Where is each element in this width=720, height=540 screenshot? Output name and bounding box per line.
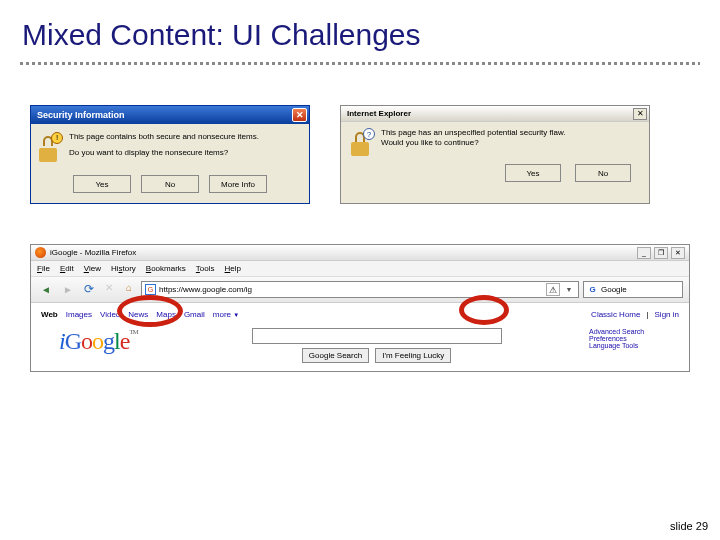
menu-view[interactable]: View [84, 264, 101, 273]
url-dropdown-icon[interactable]: ▼ [563, 286, 575, 293]
close-button[interactable]: ✕ [671, 247, 685, 259]
more-info-button[interactable]: More Info [209, 175, 267, 193]
site-favicon-icon: G [145, 284, 156, 295]
menu-bookmarks[interactable]: Bookmarks [146, 264, 186, 273]
chevron-down-icon: ▼ [233, 312, 239, 318]
forward-button[interactable]: ► [59, 282, 77, 298]
stop-icon: ✕ [105, 282, 113, 293]
dialog-titlebar: Security Information ✕ [31, 106, 309, 124]
dialog-title: Security Information [37, 110, 292, 120]
no-button[interactable]: No [141, 175, 199, 193]
forward-arrow-icon: ► [63, 284, 73, 295]
message-line1: This page has an unspecified potential s… [381, 128, 566, 138]
home-button[interactable]: ⌂ [121, 282, 137, 298]
address-bar[interactable]: G https://www.google.com/ig ⚠ ▼ [141, 281, 579, 298]
back-arrow-icon: ◄ [41, 284, 51, 295]
classic-home-link[interactable]: Classic Home [591, 310, 640, 319]
lock-question-icon: ? [349, 128, 375, 156]
message-line1: This page contains both secure and nonse… [69, 132, 259, 142]
menu-bar: File Edit View History Bookmarks Tools H… [31, 261, 689, 277]
security-info-dialog: Security Information ✕ ! This page conta… [30, 105, 310, 204]
google-search-button[interactable]: Google Search [302, 348, 369, 363]
window-titlebar: iGoogle - Mozilla Firefox _ ❐ ✕ [31, 245, 689, 261]
tab-web[interactable]: Web [41, 310, 58, 319]
google-side-links: Advanced Search Preferences Language Too… [589, 328, 681, 363]
stop-button[interactable]: ✕ [101, 282, 117, 298]
tab-more[interactable]: more ▼ [213, 310, 239, 319]
dialog-body: ! This page contains both secure and non… [31, 124, 309, 203]
window-title: iGoogle - Mozilla Firefox [50, 248, 637, 257]
slide-number: slide 29 [670, 520, 708, 532]
language-tools-link[interactable]: Language Tools [589, 342, 681, 349]
yes-button[interactable]: Yes [73, 175, 131, 193]
message-line2: Would you like to continue? [381, 138, 566, 148]
firefox-window: iGoogle - Mozilla Firefox _ ❐ ✕ File Edi… [30, 244, 690, 372]
tab-video[interactable]: Video [100, 310, 120, 319]
lock-warning-icon: ! [37, 132, 63, 162]
menu-file[interactable]: File [37, 264, 50, 273]
tab-maps[interactable]: Maps [156, 310, 176, 319]
navigation-toolbar: ◄ ► ⟳ ✕ ⌂ G https://www.google.com/ig ⚠ … [31, 277, 689, 303]
page-content: Web Images Video News Maps Gmail more ▼ … [31, 303, 689, 371]
menu-edit[interactable]: Edit [60, 264, 74, 273]
yes-button[interactable]: Yes [505, 164, 561, 182]
url-text: https://www.google.com/ig [159, 285, 543, 294]
mixed-content-warning-icon[interactable]: ⚠ [546, 283, 560, 296]
slide-title: Mixed Content: UI Challenges [0, 0, 720, 52]
preferences-link[interactable]: Preferences [589, 335, 681, 342]
google-search-input[interactable] [252, 328, 502, 344]
tab-images[interactable]: Images [66, 310, 92, 319]
home-icon: ⌂ [126, 282, 132, 293]
feeling-lucky-button[interactable]: I'm Feeling Lucky [375, 348, 451, 363]
dialog-title: Internet Explorer [347, 109, 633, 118]
menu-help[interactable]: Help [225, 264, 241, 273]
tab-news[interactable]: News [128, 310, 148, 319]
firefox-icon [35, 247, 46, 258]
dialogs-row: Security Information ✕ ! This page conta… [0, 65, 720, 224]
close-icon: ✕ [637, 109, 644, 118]
ie-security-dialog: Internet Explorer ✕ ? This page has an u… [340, 105, 650, 204]
igoogle-logo: iGoogleTM [39, 328, 164, 363]
minimize-button[interactable]: _ [637, 247, 651, 259]
back-button[interactable]: ◄ [37, 282, 55, 298]
restore-button[interactable]: ❐ [654, 247, 668, 259]
close-button[interactable]: ✕ [633, 108, 647, 120]
reload-button[interactable]: ⟳ [81, 282, 97, 298]
menu-history[interactable]: History [111, 264, 136, 273]
dialog-message: This page contains both secure and nonse… [69, 132, 259, 163]
advanced-search-link[interactable]: Advanced Search [589, 328, 681, 335]
search-box[interactable]: G Google [583, 281, 683, 298]
no-button[interactable]: No [575, 164, 631, 182]
separator: | [646, 310, 648, 319]
menu-tools[interactable]: Tools [196, 264, 215, 273]
google-nav-tabs: Web Images Video News Maps Gmail more ▼ … [39, 307, 681, 322]
tab-gmail[interactable]: Gmail [184, 310, 205, 319]
dialog-titlebar: Internet Explorer ✕ [341, 106, 649, 122]
dialog-message: This page has an unspecified potential s… [381, 128, 566, 156]
sign-in-link[interactable]: Sign in [655, 310, 679, 319]
reload-icon: ⟳ [84, 282, 94, 296]
close-button[interactable]: ✕ [292, 108, 307, 122]
message-line2: Do you want to display the nonsecure ite… [69, 148, 259, 158]
dialog-body: ? This page has an unspecified potential… [341, 122, 649, 192]
google-search-icon: G [587, 284, 598, 295]
close-icon: ✕ [296, 110, 304, 120]
search-engine-label: Google [601, 285, 627, 294]
